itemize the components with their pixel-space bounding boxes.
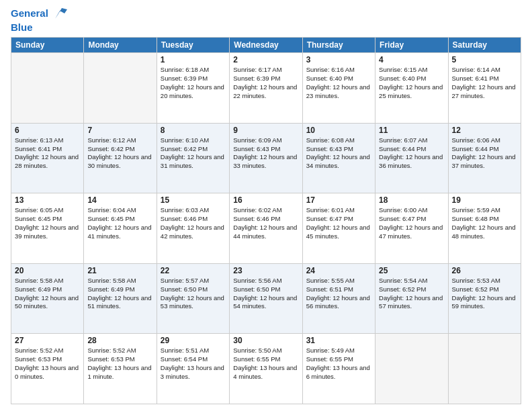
day-cell: 9Sunrise: 6:09 AM Sunset: 6:43 PM Daylig… xyxy=(230,123,302,193)
day-number: 15 xyxy=(161,195,226,205)
day-info: Sunrise: 6:15 AM Sunset: 6:40 PM Dayligh… xyxy=(379,66,444,100)
col-header-monday: Monday xyxy=(84,38,157,53)
day-info: Sunrise: 6:04 AM Sunset: 6:45 PM Dayligh… xyxy=(87,206,152,240)
day-cell: 21Sunrise: 5:58 AM Sunset: 6:49 PM Dayli… xyxy=(84,263,157,334)
day-number: 20 xyxy=(15,266,80,275)
day-cell: 31Sunrise: 5:49 AM Sunset: 6:55 PM Dayli… xyxy=(302,334,375,404)
week-row-4: 20Sunrise: 5:58 AM Sunset: 6:49 PM Dayli… xyxy=(11,263,521,334)
day-number: 27 xyxy=(15,336,80,345)
day-info: Sunrise: 5:49 AM Sunset: 6:55 PM Dayligh… xyxy=(306,347,371,381)
col-header-thursday: Thursday xyxy=(302,38,375,53)
day-number: 6 xyxy=(15,126,80,135)
day-cell: 27Sunrise: 5:52 AM Sunset: 6:53 PM Dayli… xyxy=(11,334,84,404)
day-cell xyxy=(448,334,521,404)
day-cell xyxy=(84,53,157,124)
day-cell: 13Sunrise: 6:05 AM Sunset: 6:45 PM Dayli… xyxy=(11,193,84,264)
day-info: Sunrise: 5:58 AM Sunset: 6:49 PM Dayligh… xyxy=(87,277,152,311)
day-number: 19 xyxy=(452,195,517,205)
day-info: Sunrise: 5:53 AM Sunset: 6:52 PM Dayligh… xyxy=(452,277,517,311)
page: General Blue SundayMondayTuesdayWednesda… xyxy=(0,0,532,411)
day-number: 24 xyxy=(306,266,371,275)
day-number: 4 xyxy=(379,55,444,64)
svg-marker-0 xyxy=(55,8,67,19)
day-cell: 2Sunrise: 6:17 AM Sunset: 6:39 PM Daylig… xyxy=(230,53,302,124)
col-header-friday: Friday xyxy=(375,38,448,53)
week-row-5: 27Sunrise: 5:52 AM Sunset: 6:53 PM Dayli… xyxy=(11,334,521,404)
day-info: Sunrise: 6:06 AM Sunset: 6:44 PM Dayligh… xyxy=(452,136,517,171)
day-info: Sunrise: 6:05 AM Sunset: 6:45 PM Dayligh… xyxy=(15,206,80,240)
day-info: Sunrise: 6:07 AM Sunset: 6:44 PM Dayligh… xyxy=(379,136,444,171)
day-cell: 4Sunrise: 6:15 AM Sunset: 6:40 PM Daylig… xyxy=(375,53,448,124)
day-cell: 24Sunrise: 5:55 AM Sunset: 6:51 PM Dayli… xyxy=(302,263,375,334)
calendar-header-row: SundayMondayTuesdayWednesdayThursdayFrid… xyxy=(11,38,521,53)
day-number: 10 xyxy=(306,126,371,135)
day-number: 5 xyxy=(452,55,517,64)
day-number: 9 xyxy=(233,126,298,135)
day-number: 22 xyxy=(161,266,226,275)
day-cell: 7Sunrise: 6:12 AM Sunset: 6:42 PM Daylig… xyxy=(84,123,157,193)
day-info: Sunrise: 6:09 AM Sunset: 6:43 PM Dayligh… xyxy=(233,136,298,171)
day-cell: 23Sunrise: 5:56 AM Sunset: 6:50 PM Dayli… xyxy=(230,263,302,334)
calendar-table: SundayMondayTuesdayWednesdayThursdayFrid… xyxy=(11,37,521,404)
day-cell: 20Sunrise: 5:58 AM Sunset: 6:49 PM Dayli… xyxy=(11,263,84,334)
day-info: Sunrise: 6:08 AM Sunset: 6:43 PM Dayligh… xyxy=(306,136,371,171)
day-info: Sunrise: 6:01 AM Sunset: 6:47 PM Dayligh… xyxy=(306,206,371,240)
logo-blue: Blue xyxy=(11,21,67,33)
day-cell: 5Sunrise: 6:14 AM Sunset: 6:41 PM Daylig… xyxy=(448,53,521,124)
day-info: Sunrise: 6:00 AM Sunset: 6:47 PM Dayligh… xyxy=(379,206,444,240)
day-cell: 10Sunrise: 6:08 AM Sunset: 6:43 PM Dayli… xyxy=(302,123,375,193)
day-cell: 1Sunrise: 6:18 AM Sunset: 6:39 PM Daylig… xyxy=(157,53,229,124)
day-number: 30 xyxy=(233,336,298,345)
day-info: Sunrise: 6:10 AM Sunset: 6:42 PM Dayligh… xyxy=(161,136,226,171)
day-number: 29 xyxy=(161,336,226,345)
col-header-sunday: Sunday xyxy=(11,38,84,53)
day-info: Sunrise: 6:02 AM Sunset: 6:46 PM Dayligh… xyxy=(233,206,298,240)
day-info: Sunrise: 5:57 AM Sunset: 6:50 PM Dayligh… xyxy=(161,277,226,311)
week-row-3: 13Sunrise: 6:05 AM Sunset: 6:45 PM Dayli… xyxy=(11,193,521,264)
day-cell: 14Sunrise: 6:04 AM Sunset: 6:45 PM Dayli… xyxy=(84,193,157,264)
day-number: 12 xyxy=(452,126,517,135)
day-cell: 25Sunrise: 5:54 AM Sunset: 6:52 PM Dayli… xyxy=(375,263,448,334)
day-info: Sunrise: 5:52 AM Sunset: 6:53 PM Dayligh… xyxy=(87,347,152,381)
day-number: 8 xyxy=(161,126,226,135)
day-info: Sunrise: 6:03 AM Sunset: 6:46 PM Dayligh… xyxy=(161,206,226,240)
day-info: Sunrise: 6:17 AM Sunset: 6:39 PM Dayligh… xyxy=(233,66,298,100)
header: General Blue xyxy=(11,7,521,33)
day-cell: 17Sunrise: 6:01 AM Sunset: 6:47 PM Dayli… xyxy=(302,193,375,264)
day-cell: 22Sunrise: 5:57 AM Sunset: 6:50 PM Dayli… xyxy=(157,263,229,334)
col-header-tuesday: Tuesday xyxy=(157,38,229,53)
day-info: Sunrise: 6:14 AM Sunset: 6:41 PM Dayligh… xyxy=(452,66,517,100)
day-number: 31 xyxy=(306,336,371,345)
day-cell: 29Sunrise: 5:51 AM Sunset: 6:54 PM Dayli… xyxy=(157,334,229,404)
day-number: 26 xyxy=(452,266,517,275)
day-cell: 16Sunrise: 6:02 AM Sunset: 6:46 PM Dayli… xyxy=(230,193,302,264)
day-info: Sunrise: 5:51 AM Sunset: 6:54 PM Dayligh… xyxy=(161,347,226,381)
day-cell: 12Sunrise: 6:06 AM Sunset: 6:44 PM Dayli… xyxy=(448,123,521,193)
day-cell: 6Sunrise: 6:13 AM Sunset: 6:41 PM Daylig… xyxy=(11,123,84,193)
day-cell: 19Sunrise: 5:59 AM Sunset: 6:48 PM Dayli… xyxy=(448,193,521,264)
day-number: 11 xyxy=(379,126,444,135)
day-info: Sunrise: 5:56 AM Sunset: 6:50 PM Dayligh… xyxy=(233,277,298,311)
day-cell: 26Sunrise: 5:53 AM Sunset: 6:52 PM Dayli… xyxy=(448,263,521,334)
day-info: Sunrise: 6:16 AM Sunset: 6:40 PM Dayligh… xyxy=(306,66,371,100)
day-number: 28 xyxy=(87,336,152,345)
day-cell: 18Sunrise: 6:00 AM Sunset: 6:47 PM Dayli… xyxy=(375,193,448,264)
day-info: Sunrise: 5:59 AM Sunset: 6:48 PM Dayligh… xyxy=(452,206,517,240)
day-info: Sunrise: 5:50 AM Sunset: 6:55 PM Dayligh… xyxy=(233,347,298,381)
day-number: 3 xyxy=(306,55,371,64)
day-info: Sunrise: 6:18 AM Sunset: 6:39 PM Dayligh… xyxy=(161,66,226,100)
day-cell: 28Sunrise: 5:52 AM Sunset: 6:53 PM Dayli… xyxy=(84,334,157,404)
day-cell: 8Sunrise: 6:10 AM Sunset: 6:42 PM Daylig… xyxy=(157,123,229,193)
day-number: 14 xyxy=(87,195,152,205)
day-info: Sunrise: 6:13 AM Sunset: 6:41 PM Dayligh… xyxy=(15,136,80,171)
logo: General Blue xyxy=(11,7,67,33)
day-number: 21 xyxy=(87,266,152,275)
day-number: 17 xyxy=(306,195,371,205)
day-cell xyxy=(11,53,84,124)
day-number: 1 xyxy=(161,55,226,64)
day-cell: 30Sunrise: 5:50 AM Sunset: 6:55 PM Dayli… xyxy=(230,334,302,404)
day-cell: 15Sunrise: 6:03 AM Sunset: 6:46 PM Dayli… xyxy=(157,193,229,264)
day-number: 7 xyxy=(87,126,152,135)
week-row-1: 1Sunrise: 6:18 AM Sunset: 6:39 PM Daylig… xyxy=(11,53,521,124)
day-number: 16 xyxy=(233,195,298,205)
